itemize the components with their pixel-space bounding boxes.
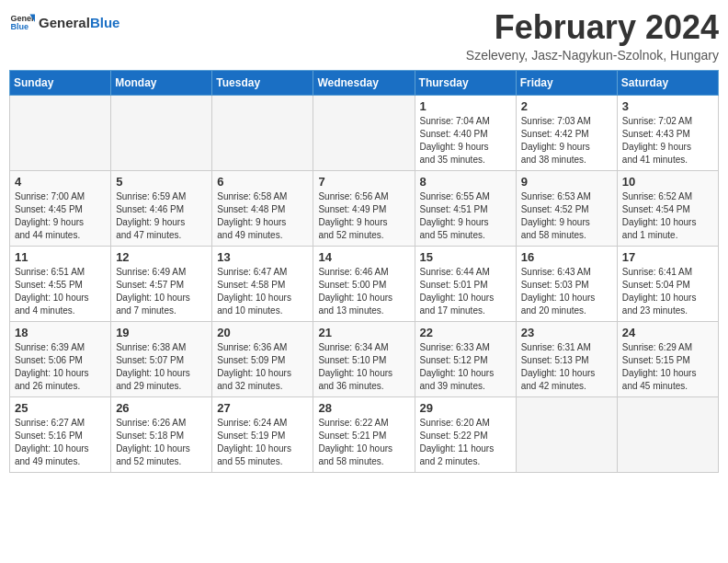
- calendar-subtitle: Szeleveny, Jasz-Nagykun-Szolnok, Hungary: [466, 48, 719, 63]
- day-info: Sunrise: 6:49 AM Sunset: 4:57 PM Dayligh…: [116, 266, 207, 317]
- calendar-cell: 15Sunrise: 6:44 AM Sunset: 5:01 PM Dayli…: [415, 246, 516, 321]
- day-info: Sunrise: 6:47 AM Sunset: 4:58 PM Dayligh…: [217, 266, 308, 317]
- day-number: 2: [521, 99, 612, 113]
- day-info: Sunrise: 6:31 AM Sunset: 5:13 PM Dayligh…: [521, 341, 612, 393]
- calendar-title: February 2024: [466, 9, 719, 46]
- day-info: Sunrise: 6:44 AM Sunset: 5:01 PM Dayligh…: [420, 266, 511, 317]
- day-info: Sunrise: 6:26 AM Sunset: 5:18 PM Dayligh…: [116, 417, 207, 468]
- day-number: 5: [116, 175, 207, 189]
- day-number: 26: [116, 401, 207, 415]
- day-number: 4: [15, 175, 106, 189]
- day-info: Sunrise: 6:43 AM Sunset: 5:03 PM Dayligh…: [521, 266, 612, 317]
- calendar-cell: 11Sunrise: 6:51 AM Sunset: 4:55 PM Dayli…: [10, 246, 111, 321]
- calendar-cell: [111, 95, 212, 170]
- day-info: Sunrise: 6:59 AM Sunset: 4:46 PM Dayligh…: [116, 190, 207, 242]
- day-number: 23: [521, 326, 612, 339]
- calendar-header-row: SundayMondayTuesdayWednesdayThursdayFrid…: [10, 70, 719, 95]
- day-number: 15: [420, 250, 511, 264]
- day-info: Sunrise: 6:29 AM Sunset: 5:15 PM Dayligh…: [622, 341, 713, 393]
- calendar-cell: 6Sunrise: 6:58 AM Sunset: 4:48 PM Daylig…: [212, 170, 313, 246]
- header-day-thursday: Thursday: [415, 70, 516, 95]
- calendar-cell: [617, 396, 718, 472]
- day-info: Sunrise: 6:41 AM Sunset: 5:04 PM Dayligh…: [622, 266, 713, 317]
- calendar-cell: 27Sunrise: 6:24 AM Sunset: 5:19 PM Dayli…: [212, 396, 313, 472]
- day-number: 12: [116, 250, 207, 264]
- day-number: 7: [318, 175, 409, 189]
- day-info: Sunrise: 6:34 AM Sunset: 5:10 PM Dayligh…: [318, 341, 409, 393]
- day-number: 17: [622, 250, 713, 264]
- calendar-cell: 16Sunrise: 6:43 AM Sunset: 5:03 PM Dayli…: [516, 246, 617, 321]
- calendar-cell: [313, 95, 415, 170]
- calendar-body: 1Sunrise: 7:04 AM Sunset: 4:40 PM Daylig…: [10, 95, 719, 472]
- title-area: February 2024 Szeleveny, Jasz-Nagykun-Sz…: [466, 9, 719, 63]
- calendar-cell: 17Sunrise: 6:41 AM Sunset: 5:04 PM Dayli…: [617, 246, 718, 321]
- header-day-friday: Friday: [516, 70, 617, 95]
- day-number: 20: [217, 326, 308, 339]
- day-number: 16: [521, 250, 612, 264]
- svg-text:Blue: Blue: [10, 22, 28, 31]
- day-info: Sunrise: 6:58 AM Sunset: 4:48 PM Dayligh…: [217, 190, 308, 242]
- calendar-cell: [212, 95, 313, 170]
- calendar-cell: 13Sunrise: 6:47 AM Sunset: 4:58 PM Dayli…: [212, 246, 313, 321]
- header-day-tuesday: Tuesday: [212, 70, 313, 95]
- day-info: Sunrise: 6:53 AM Sunset: 4:52 PM Dayligh…: [521, 190, 612, 242]
- calendar-cell: 26Sunrise: 6:26 AM Sunset: 5:18 PM Dayli…: [111, 396, 212, 472]
- day-number: 11: [15, 250, 106, 264]
- header-day-wednesday: Wednesday: [313, 70, 415, 95]
- calendar-cell: 28Sunrise: 6:22 AM Sunset: 5:21 PM Dayli…: [313, 396, 415, 472]
- logo-general-text: General: [39, 15, 90, 30]
- calendar-cell: 22Sunrise: 6:33 AM Sunset: 5:12 PM Dayli…: [415, 321, 516, 396]
- day-number: 6: [217, 175, 308, 189]
- logo: General Blue GeneralBlue: [9, 9, 119, 35]
- header-day-saturday: Saturday: [617, 70, 718, 95]
- day-number: 24: [622, 326, 713, 339]
- day-info: Sunrise: 6:55 AM Sunset: 4:51 PM Dayligh…: [420, 190, 511, 242]
- day-info: Sunrise: 7:03 AM Sunset: 4:42 PM Dayligh…: [521, 115, 612, 167]
- day-info: Sunrise: 7:04 AM Sunset: 4:40 PM Dayligh…: [420, 115, 511, 167]
- calendar-cell: 14Sunrise: 6:46 AM Sunset: 5:00 PM Dayli…: [313, 246, 415, 321]
- day-number: 10: [622, 175, 713, 189]
- calendar-week-row: 4Sunrise: 7:00 AM Sunset: 4:45 PM Daylig…: [10, 170, 719, 246]
- day-number: 22: [420, 326, 511, 339]
- calendar-cell: 7Sunrise: 6:56 AM Sunset: 4:49 PM Daylig…: [313, 170, 415, 246]
- day-number: 18: [15, 326, 106, 339]
- calendar-cell: 3Sunrise: 7:02 AM Sunset: 4:43 PM Daylig…: [617, 95, 718, 170]
- day-number: 14: [318, 250, 409, 264]
- day-info: Sunrise: 6:20 AM Sunset: 5:22 PM Dayligh…: [420, 417, 511, 468]
- day-number: 19: [116, 326, 207, 339]
- day-number: 13: [217, 250, 308, 264]
- day-info: Sunrise: 6:39 AM Sunset: 5:06 PM Dayligh…: [15, 341, 106, 393]
- calendar-cell: 4Sunrise: 7:00 AM Sunset: 4:45 PM Daylig…: [10, 170, 111, 246]
- calendar-week-row: 18Sunrise: 6:39 AM Sunset: 5:06 PM Dayli…: [10, 321, 719, 396]
- day-info: Sunrise: 6:36 AM Sunset: 5:09 PM Dayligh…: [217, 341, 308, 393]
- calendar-cell: 5Sunrise: 6:59 AM Sunset: 4:46 PM Daylig…: [111, 170, 212, 246]
- day-info: Sunrise: 6:27 AM Sunset: 5:16 PM Dayligh…: [15, 417, 106, 468]
- calendar-cell: 8Sunrise: 6:55 AM Sunset: 4:51 PM Daylig…: [415, 170, 516, 246]
- day-number: 21: [318, 326, 409, 339]
- calendar-cell: 23Sunrise: 6:31 AM Sunset: 5:13 PM Dayli…: [516, 321, 617, 396]
- day-info: Sunrise: 6:38 AM Sunset: 5:07 PM Dayligh…: [116, 341, 207, 393]
- calendar-cell: 1Sunrise: 7:04 AM Sunset: 4:40 PM Daylig…: [415, 95, 516, 170]
- day-number: 8: [420, 175, 511, 189]
- day-info: Sunrise: 7:00 AM Sunset: 4:45 PM Dayligh…: [15, 190, 106, 242]
- day-info: Sunrise: 7:02 AM Sunset: 4:43 PM Dayligh…: [622, 115, 713, 167]
- day-number: 29: [420, 401, 511, 415]
- calendar-cell: 19Sunrise: 6:38 AM Sunset: 5:07 PM Dayli…: [111, 321, 212, 396]
- calendar-table: SundayMondayTuesdayWednesdayThursdayFrid…: [9, 70, 719, 473]
- logo-icon: General Blue: [9, 9, 35, 35]
- calendar-cell: 18Sunrise: 6:39 AM Sunset: 5:06 PM Dayli…: [10, 321, 111, 396]
- calendar-cell: 24Sunrise: 6:29 AM Sunset: 5:15 PM Dayli…: [617, 321, 718, 396]
- calendar-week-row: 11Sunrise: 6:51 AM Sunset: 4:55 PM Dayli…: [10, 246, 719, 321]
- calendar-week-row: 25Sunrise: 6:27 AM Sunset: 5:16 PM Dayli…: [10, 396, 719, 472]
- day-number: 27: [217, 401, 308, 415]
- header-day-sunday: Sunday: [10, 70, 111, 95]
- day-info: Sunrise: 6:22 AM Sunset: 5:21 PM Dayligh…: [318, 417, 409, 468]
- calendar-cell: 9Sunrise: 6:53 AM Sunset: 4:52 PM Daylig…: [516, 170, 617, 246]
- calendar-cell: 2Sunrise: 7:03 AM Sunset: 4:42 PM Daylig…: [516, 95, 617, 170]
- header-day-monday: Monday: [111, 70, 212, 95]
- day-info: Sunrise: 6:24 AM Sunset: 5:19 PM Dayligh…: [217, 417, 308, 468]
- calendar-cell: 25Sunrise: 6:27 AM Sunset: 5:16 PM Dayli…: [10, 396, 111, 472]
- day-number: 25: [15, 401, 106, 415]
- day-number: 28: [318, 401, 409, 415]
- calendar-cell: 29Sunrise: 6:20 AM Sunset: 5:22 PM Dayli…: [415, 396, 516, 472]
